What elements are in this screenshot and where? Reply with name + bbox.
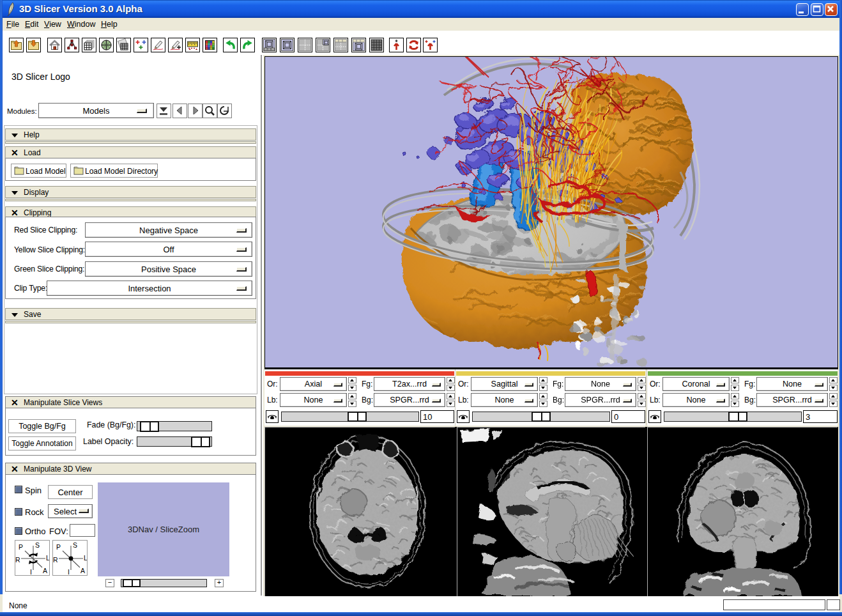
svg-text:A: A (80, 567, 85, 574)
svg-text:I: I (68, 568, 70, 575)
svg-text:R: R (15, 556, 20, 564)
svg-text:R: R (53, 556, 58, 564)
svg-text:A: A (43, 567, 47, 574)
svg-text:P: P (19, 543, 23, 551)
svg-text:S: S (35, 541, 40, 549)
svg-text:L: L (84, 554, 87, 562)
svg-text:P: P (56, 543, 61, 551)
svg-text:I: I (30, 568, 32, 575)
svg-text:L: L (46, 554, 49, 562)
svg-text:S: S (73, 541, 77, 549)
